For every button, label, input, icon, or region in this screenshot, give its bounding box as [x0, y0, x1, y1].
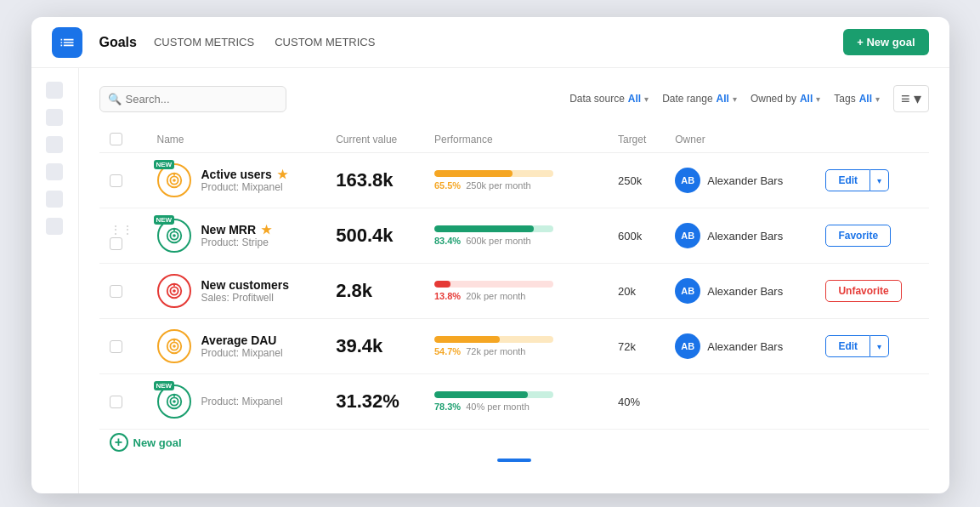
col-target: Target [608, 126, 665, 153]
nav-custom-metrics-2[interactable]: CUSTOM METRICS [275, 32, 375, 52]
row-check-cell: ⋮⋮ [99, 208, 147, 264]
svg-point-10 [173, 289, 176, 293]
page-title: Goals [99, 35, 137, 50]
row-checkbox[interactable] [110, 285, 122, 298]
goal-name: Average DAU [201, 333, 283, 347]
action-buttons: Edit ▾ [825, 335, 918, 357]
edit-button[interactable]: Edit [825, 335, 870, 357]
perf-percent: 13.8% [434, 291, 461, 301]
new-goal-button[interactable]: + New goal [843, 29, 928, 55]
goal-source: Product: Mixpanel [201, 396, 283, 407]
row-checkbox[interactable] [110, 340, 122, 353]
name-cell: NEW New MRR ★ Product: Stripe [147, 208, 326, 264]
goal-icon-wrap [157, 329, 191, 363]
avatar: AB [675, 278, 700, 304]
col-current-value: Current value [326, 126, 424, 153]
target-value: 72k [618, 340, 636, 353]
current-value: 500.4k [336, 225, 393, 246]
goal-info: Product: Mixpanel [201, 396, 283, 407]
dropdown-button[interactable]: ▾ [870, 335, 889, 357]
perf-bar-fill [434, 336, 500, 343]
goal-icon-wrap: NEW [157, 219, 191, 253]
star-icon[interactable]: ★ [277, 168, 288, 181]
chevron-down-icon: ▾ [914, 89, 921, 108]
performance-cell: 54.7% 72k per month [424, 319, 608, 374]
goal-icon-wrap: NEW [157, 163, 191, 197]
target-value: 40% [618, 396, 640, 408]
performance-cell: 65.5% 250k per month [424, 153, 608, 208]
svg-point-14 [173, 345, 176, 348]
avatar: AB [675, 168, 700, 193]
perf-target-label: 20k per month [466, 291, 525, 301]
performance-cell: 78.3% 40% per month [424, 374, 608, 430]
view-toggle-button[interactable]: ≡ ▾ [893, 85, 929, 112]
row-checkbox[interactable] [110, 396, 122, 408]
owner-cell [665, 374, 815, 430]
owner-cell: AB Alexander Bars [665, 153, 815, 208]
owner-name: Alexander Bars [707, 340, 783, 353]
current-value: 39.4k [336, 335, 382, 356]
favorite-button[interactable]: Favorite [825, 225, 891, 247]
chevron-down-icon: ▾ [644, 94, 649, 104]
new-badge: NEW [154, 381, 175, 390]
star-icon[interactable]: ★ [261, 223, 272, 236]
goal-info: New MRR ★ Product: Stripe [201, 223, 273, 248]
name-cell: NEW Product: Mixpanel [147, 374, 326, 430]
goal-source: Product: Mixpanel [201, 347, 283, 359]
sidebar-item-5[interactable] [46, 191, 63, 208]
perf-target-label: 250k per month [466, 180, 530, 191]
goal-name: Active users ★ [201, 168, 288, 181]
filter-data-source[interactable]: Data source All ▾ [569, 93, 649, 105]
drag-handle[interactable]: ⋮⋮ [110, 223, 133, 236]
top-nav: CUSTOM METRICS CUSTOM METRICS [154, 32, 375, 52]
goal-icon [157, 329, 191, 363]
goal-info: Active users ★ Product: Mixpanel [201, 168, 288, 193]
select-all-checkbox[interactable] [110, 133, 122, 145]
name-cell: NEW Active users ★ Product: Mixpanel [147, 153, 326, 208]
edit-button[interactable]: Edit [825, 169, 870, 191]
current-value-cell: 163.8k [326, 153, 424, 208]
dropdown-button[interactable]: ▾ [870, 169, 889, 191]
table-row: ⋮⋮ NEW N [99, 208, 929, 264]
sidebar-item-1[interactable] [46, 82, 63, 99]
filter-tags[interactable]: Tags All ▾ [834, 93, 880, 105]
sidebar-item-4[interactable] [46, 163, 63, 180]
add-goal-button[interactable]: + New goal [110, 433, 182, 452]
col-owner: Owner [665, 126, 815, 153]
owner-name: Alexander Bars [707, 230, 783, 242]
nav-custom-metrics-1[interactable]: CUSTOM METRICS [154, 32, 254, 52]
sidebar-item-3[interactable] [46, 136, 63, 153]
chevron-down-icon: ▾ [875, 94, 880, 104]
row-checkbox[interactable] [110, 237, 122, 250]
sidebar-item-6[interactable] [46, 218, 63, 235]
sidebar-item-2[interactable] [46, 109, 63, 126]
add-goal-label: New goal [133, 436, 182, 449]
filter-date-range[interactable]: Date range All ▾ [662, 93, 737, 105]
action-cell: Edit ▾ [815, 319, 928, 374]
name-cell: Average DAU Product: Mixpanel [147, 319, 326, 374]
col-actions [815, 126, 928, 153]
owner-cell: AB Alexander Bars [665, 319, 815, 374]
perf-bar-fill [434, 225, 534, 232]
col-name: Name [147, 126, 326, 153]
row-checkbox[interactable] [110, 174, 122, 187]
search-wrap: 🔍 [99, 86, 286, 112]
col-checkbox [99, 126, 147, 153]
app-logo [52, 27, 82, 58]
table-row: New customers Sales: Profitwell 2.8k 13.… [99, 264, 929, 319]
action-cell: Favorite [815, 208, 928, 264]
svg-point-6 [173, 234, 176, 237]
target-cell: 20k [608, 264, 665, 319]
current-value: 31.32% [336, 390, 399, 412]
filter-owned-by[interactable]: Owned by All ▾ [751, 93, 820, 105]
svg-point-18 [173, 400, 176, 403]
current-value-cell: 2.8k [326, 264, 424, 319]
goal-source: Sales: Profitwell [201, 292, 289, 304]
goal-source: Product: Mixpanel [201, 181, 288, 193]
chevron-down-icon: ▾ [816, 94, 820, 104]
goal-info: New customers Sales: Profitwell [201, 278, 289, 304]
topbar: Goals CUSTOM METRICS CUSTOM METRICS + Ne… [31, 17, 949, 68]
unfavorite-button[interactable]: Unfavorite [825, 280, 901, 302]
search-input[interactable] [99, 86, 286, 112]
target-value: 20k [618, 285, 636, 298]
